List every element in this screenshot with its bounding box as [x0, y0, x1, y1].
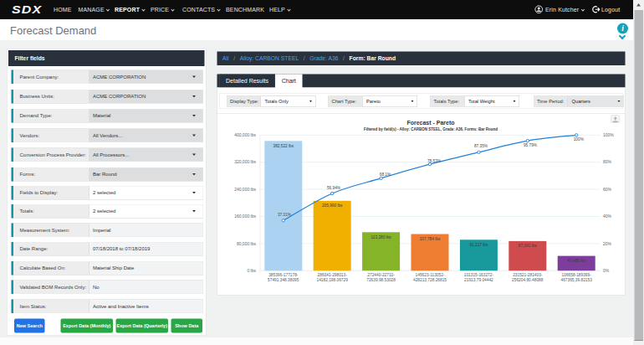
svg-text:21913,79.04442: 21913,79.04442 — [464, 278, 493, 282]
svg-text:382,522 lbs: 382,522 lbs — [273, 144, 294, 148]
svg-text:80%: 80% — [603, 159, 612, 164]
svg-text:428213,728.26815: 428213,728.26815 — [413, 278, 447, 282]
svg-text:87,241 lbs: 87,241 lbs — [519, 244, 538, 248]
svg-text:0%: 0% — [603, 268, 610, 273]
svg-text:43,485 lbs: 43,485 lbs — [567, 259, 586, 263]
svg-text:95.79%: 95.79% — [524, 143, 538, 147]
svg-text:0 lbs: 0 lbs — [247, 268, 256, 273]
svg-text:272440-22710-: 272440-22710- — [367, 273, 395, 277]
svg-text:286341-298013-: 286341-298013- — [318, 273, 348, 277]
svg-text:101315-163272-: 101315-163272- — [464, 273, 494, 277]
svg-text:320,000 lbs: 320,000 lbs — [234, 159, 256, 164]
svg-text:40%: 40% — [603, 214, 612, 219]
svg-text:80,000 lbs: 80,000 lbs — [237, 241, 257, 246]
svg-text:14182,198.06729: 14182,198.06729 — [317, 278, 349, 282]
svg-text:100%: 100% — [574, 137, 585, 142]
svg-text:60%: 60% — [603, 187, 612, 192]
svg-text:240,000 lbs: 240,000 lbs — [234, 187, 256, 192]
svg-text:256204,80.48088: 256204,80.48088 — [512, 278, 544, 282]
svg-text:107,784 lbs: 107,784 lbs — [420, 237, 441, 241]
svg-text:160,000 lbs: 160,000 lbs — [234, 214, 256, 219]
svg-text:145623-113052-: 145623-113052- — [416, 273, 445, 277]
svg-text:57491,348.38095: 57491,348.38095 — [268, 278, 299, 282]
svg-text:205,990 lbs: 205,990 lbs — [322, 203, 343, 208]
svg-text:385396-177178-: 385396-177178- — [268, 273, 299, 277]
svg-text:72639,98.53028: 72639,98.53028 — [366, 278, 396, 282]
svg-text:Filtered by field(s) - Alloy:: Filtered by field(s) - Alloy: CARBON STE… — [364, 127, 498, 131]
svg-text:106658-189399-: 106658-189399- — [562, 273, 592, 277]
svg-text:20%: 20% — [603, 241, 612, 246]
svg-text:87.35%: 87.35% — [474, 144, 488, 148]
svg-text:91,217 lbs: 91,217 lbs — [469, 243, 488, 247]
svg-text:Forecast - Pareto: Forecast - Pareto — [406, 120, 454, 126]
svg-text:37.01%: 37.01% — [278, 213, 292, 217]
svg-text:56.94%: 56.94% — [327, 186, 341, 190]
svg-text:231521-281403-: 231521-281403- — [513, 273, 543, 277]
svg-text:400,000 lbs: 400,000 lbs — [234, 132, 256, 137]
svg-text:100%: 100% — [603, 132, 614, 137]
svg-text:113,280 lbs: 113,280 lbs — [371, 235, 391, 239]
svg-text:68.1%: 68.1% — [380, 172, 391, 177]
svg-text:78.53%: 78.53% — [427, 159, 442, 163]
svg-text:467365,39.82153: 467365,39.82153 — [561, 278, 593, 282]
